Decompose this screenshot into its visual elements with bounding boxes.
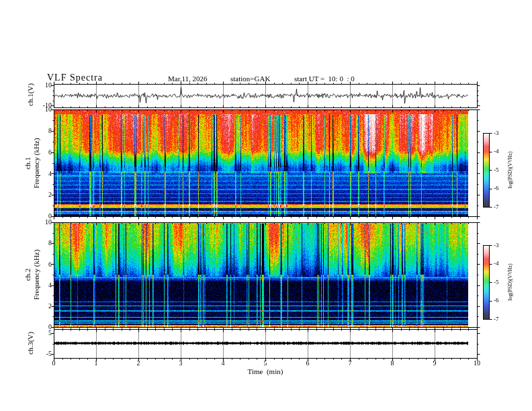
vlf-spectra-figure: VLF Spectra Mar.11, 2026 station=GAK sta…: [0, 0, 532, 411]
sp1-ytick: 8: [32, 128, 52, 134]
ch1-axis-line1: ch.1: [24, 138, 32, 189]
xtick: 6: [298, 360, 318, 367]
xtick: 4: [213, 360, 233, 367]
x-axis-title: Time (min): [232, 368, 299, 375]
cb1-axis-label: log(PSD)(V²/Hz): [508, 151, 513, 188]
cb1-tick: -4: [494, 148, 499, 154]
ch3v-ytick: -5: [32, 351, 52, 357]
ch1-axis-line2: Frequency (kHz): [32, 138, 41, 189]
sp2-ytick: 2: [32, 303, 52, 310]
xtick: 9: [425, 360, 445, 367]
ch3v-ytick: 5: [32, 330, 52, 336]
sp2-ytick: 8: [32, 240, 52, 246]
sp1-ytick: 6: [32, 149, 52, 156]
cb1-tick: -7: [494, 204, 499, 210]
cb1-tick: -5: [494, 167, 499, 173]
station-label: station=GAK: [230, 75, 270, 83]
xtick: 10: [467, 360, 487, 367]
plot-canvas: [0, 0, 532, 411]
cb2-tick: -6: [494, 298, 499, 304]
xtick: 8: [382, 360, 402, 367]
ch2-axis-line2: Frequency (kHz): [32, 250, 41, 300]
sp1-ytick: 2: [32, 191, 52, 198]
cb1-tick: -6: [494, 185, 499, 191]
ch1v-ytick: 10: [32, 82, 52, 89]
sp2-ytick: 6: [32, 261, 52, 268]
start-ut-label: start UT = 10: 0 : 0: [294, 75, 355, 83]
xtick: 3: [171, 360, 191, 367]
cb1-tick: -3: [494, 130, 499, 136]
xtick: 2: [128, 360, 148, 367]
sp1-ytick: 4: [32, 171, 52, 177]
sp2-ytick: 10: [32, 219, 52, 226]
cb2-tick: -3: [494, 242, 499, 248]
xtick: 0: [44, 360, 64, 367]
ch2-frequency-axis-label: ch.2Frequency (kHz): [24, 250, 40, 300]
xtick: 1: [86, 360, 106, 367]
cb2-tick: -7: [494, 316, 499, 322]
sp1-ytick: 10: [32, 106, 52, 113]
ch1-frequency-axis-label: ch.1Frequency (kHz): [24, 138, 40, 189]
date-label: Mar.11, 2026: [168, 75, 208, 83]
xtick: 5: [255, 360, 275, 367]
cb2-tick: -5: [494, 279, 499, 285]
plot-title: VLF Spectra: [47, 73, 103, 83]
cb2-axis-label: log(PSD)(V²/Hz): [508, 263, 513, 300]
xtick: 7: [340, 360, 360, 367]
sp2-ytick: 4: [32, 282, 52, 289]
ch2-axis-line1: ch.2: [24, 250, 32, 300]
cb2-tick: -4: [494, 261, 499, 267]
